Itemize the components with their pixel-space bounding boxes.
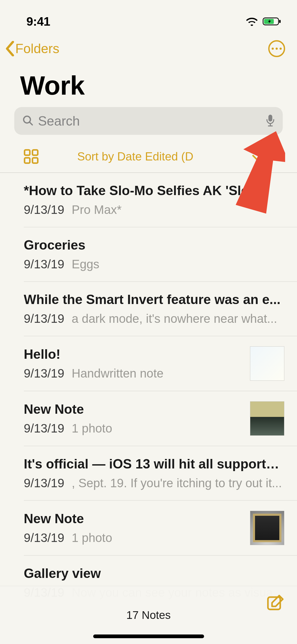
note-preview: Handwritten note bbox=[72, 366, 244, 380]
note-title: New Note bbox=[24, 511, 244, 526]
svg-rect-11 bbox=[32, 158, 38, 163]
note-row[interactable]: New Note9/13/191 photo bbox=[24, 391, 297, 446]
note-date: 9/13/19 bbox=[24, 257, 64, 271]
bottom-toolbar: 17 Notes bbox=[0, 586, 297, 644]
note-title: While the Smart Invert feature was an e.… bbox=[24, 292, 284, 307]
note-row[interactable]: Groceries9/13/19Eggs bbox=[24, 227, 297, 282]
back-button[interactable]: Folders bbox=[5, 41, 59, 56]
note-main: While the Smart Invert feature was an e.… bbox=[24, 292, 284, 326]
search-icon bbox=[22, 115, 34, 127]
note-title: It's official — iOS 13 will hit all supp… bbox=[24, 456, 284, 472]
note-main: Groceries9/13/19Eggs bbox=[24, 237, 284, 271]
search-input[interactable] bbox=[38, 113, 262, 129]
note-date: 9/13/19 bbox=[24, 531, 64, 545]
note-thumbnail bbox=[250, 346, 284, 381]
note-row[interactable]: While the Smart Invert feature was an e.… bbox=[24, 282, 297, 336]
note-count: 17 Notes bbox=[126, 609, 171, 622]
note-title: Groceries bbox=[24, 237, 284, 253]
dictate-icon[interactable] bbox=[266, 114, 275, 128]
wifi-icon bbox=[246, 17, 258, 26]
note-preview: Pro Max* bbox=[72, 203, 284, 217]
note-main: *How to Take Slo-Mo Selfies AK 'Slofi...… bbox=[24, 183, 284, 217]
note-title: New Note bbox=[24, 402, 244, 417]
svg-rect-9 bbox=[32, 150, 38, 155]
note-main: It's official — iOS 13 will hit all supp… bbox=[24, 456, 284, 490]
note-date: 9/13/19 bbox=[24, 366, 64, 380]
nav-bar: Folders bbox=[0, 35, 297, 60]
note-date: 9/13/19 bbox=[24, 421, 64, 435]
sort-row: Sort by Date Edited (D bbox=[0, 135, 297, 173]
chevron-down-icon bbox=[252, 150, 262, 163]
note-date: 9/13/19 bbox=[24, 476, 64, 490]
notes-list[interactable]: *How to Take Slo-Mo Selfies AK 'Slofi...… bbox=[0, 173, 297, 644]
sort-label-text: Sort by Date Edited (D bbox=[77, 150, 193, 163]
note-title: Hello! bbox=[24, 347, 244, 362]
note-subline: 9/13/19Eggs bbox=[24, 257, 284, 271]
note-subline: 9/13/19Handwritten note bbox=[24, 366, 244, 380]
note-main: New Note9/13/191 photo bbox=[24, 402, 244, 435]
status-bar: 9:41 bbox=[0, 0, 297, 35]
status-time: 9:41 bbox=[26, 14, 50, 29]
sort-button[interactable]: Sort by Date Edited (D bbox=[39, 150, 284, 163]
note-row[interactable]: *How to Take Slo-Mo Selfies AK 'Slofi...… bbox=[24, 173, 297, 227]
note-row[interactable]: It's official — iOS 13 will hit all supp… bbox=[24, 446, 297, 501]
note-title: Gallery view bbox=[24, 566, 284, 581]
svg-line-4 bbox=[30, 122, 32, 125]
note-date: 9/13/19 bbox=[24, 203, 64, 217]
note-preview: Eggs bbox=[72, 257, 284, 271]
note-preview: a dark mode, it's nowhere near what... bbox=[72, 311, 284, 326]
note-row[interactable]: New Note9/13/191 photo bbox=[24, 501, 297, 556]
note-preview: , Sept. 19. If you're itching to try out… bbox=[72, 476, 284, 490]
note-preview: 1 photo bbox=[72, 531, 244, 545]
gallery-view-icon[interactable] bbox=[24, 149, 39, 164]
note-thumbnail bbox=[250, 401, 284, 436]
note-title: *How to Take Slo-Mo Selfies AK 'Slofi... bbox=[24, 183, 284, 198]
note-row[interactable]: Hello!9/13/19Handwritten note bbox=[24, 336, 297, 391]
note-subline: 9/13/19a dark mode, it's nowhere near wh… bbox=[24, 311, 284, 326]
battery-charging-icon bbox=[263, 17, 281, 26]
back-label: Folders bbox=[15, 41, 59, 56]
compose-button[interactable] bbox=[267, 594, 284, 613]
svg-rect-10 bbox=[25, 158, 30, 163]
status-icons bbox=[246, 17, 281, 26]
more-options-button[interactable] bbox=[268, 40, 285, 57]
note-subline: 9/13/191 photo bbox=[24, 531, 244, 545]
note-subline: 9/13/19Pro Max* bbox=[24, 203, 284, 217]
note-subline: 9/13/19, Sept. 19. If you're itching to … bbox=[24, 476, 284, 490]
note-main: Hello!9/13/19Handwritten note bbox=[24, 347, 244, 380]
note-date: 9/13/19 bbox=[24, 311, 64, 326]
search-bar[interactable] bbox=[14, 107, 283, 135]
note-main: New Note9/13/191 photo bbox=[24, 511, 244, 545]
folder-title: Work bbox=[0, 60, 297, 107]
home-indicator[interactable] bbox=[93, 634, 204, 638]
svg-rect-5 bbox=[268, 114, 272, 121]
note-subline: 9/13/191 photo bbox=[24, 421, 244, 435]
note-preview: 1 photo bbox=[72, 421, 244, 435]
svg-rect-8 bbox=[25, 150, 30, 155]
note-thumbnail bbox=[250, 511, 284, 545]
svg-rect-2 bbox=[279, 20, 281, 23]
